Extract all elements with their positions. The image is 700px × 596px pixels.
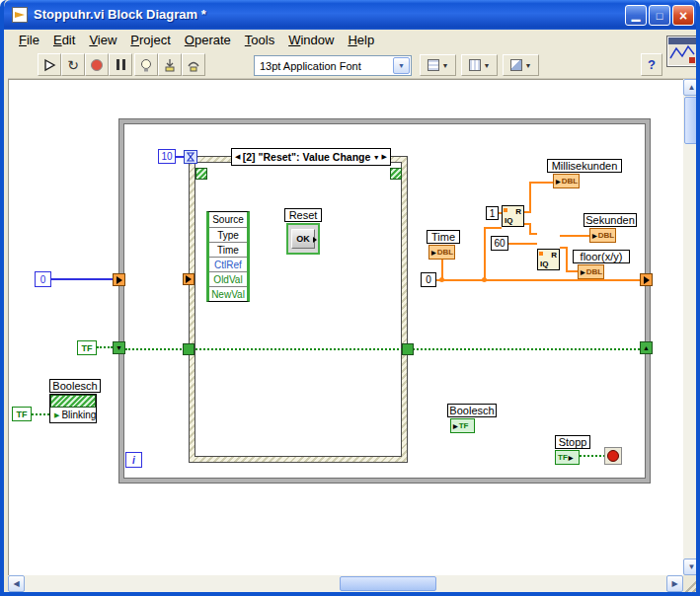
menu-edit[interactable]: Edit [46,31,82,49]
vertical-scrollbar[interactable] [683,79,700,575]
menu-operate[interactable]: Operate [178,31,238,49]
iteration-terminal[interactable]: i [125,452,142,468]
up-arrow-icon: ▲ [688,83,696,92]
previous-case-icon[interactable]: ◀ [235,153,240,161]
hourglass-icon [187,152,194,162]
tunnel-value-0[interactable]: 0 [421,272,436,287]
numeric-constant-0[interactable]: 0 [35,271,51,287]
tunnel-right-numeric[interactable] [640,273,653,286]
scroll-up-button[interactable]: ▲ [683,79,700,96]
millisekunden-terminal[interactable]: ▶ DBL [553,174,580,188]
wire-junction [482,277,487,282]
timeout-constant[interactable]: 10 [158,149,176,164]
step-over-button[interactable] [182,53,205,76]
floor-label[interactable]: floor(x/y) [573,250,630,263]
terminal-arrow-icon: ▶ [556,178,561,185]
menu-project[interactable]: Project [123,31,177,49]
step-into-button[interactable] [158,53,182,76]
run-continuous-button[interactable]: ↻ [61,53,85,76]
shift-register-left[interactable]: ▼ [113,341,125,354]
vertical-scroll-thumb[interactable] [684,97,699,144]
time-label[interactable]: Time [427,230,460,244]
reorder-objects-button[interactable]: ▼ [503,54,539,76]
wire-property-input [32,413,49,415]
boolesch-terminal[interactable]: ▶ TF [450,418,475,433]
latch-icon [313,237,317,243]
event-dynamic-terminal-left[interactable] [195,168,207,180]
property-node-header [50,395,96,408]
run-continuous-icon: ↻ [67,57,79,73]
align-objects-button[interactable]: ▼ [420,54,456,76]
menu-file[interactable]: File [12,31,46,49]
step-into-icon [162,57,178,73]
close-icon: × [679,8,687,24]
pause-button[interactable] [109,53,132,76]
context-help-button[interactable]: ? [641,53,662,76]
menu-help[interactable]: Help [341,31,381,49]
sekunden-terminal[interactable]: ▶ DBL [589,228,616,243]
maximize-button[interactable]: □ [649,5,670,26]
minimize-button[interactable]: ▁ [625,5,647,26]
minimize-icon: ▁ [632,9,640,22]
loop-condition-terminal[interactable] [604,447,622,465]
timeout-terminal[interactable] [184,150,197,164]
floor-terminal[interactable]: ▶ DBL [578,264,604,279]
close-button[interactable]: × [672,5,694,26]
shift-register-right[interactable]: ▲ [640,341,653,354]
vi-icon-pane[interactable] [666,36,698,67]
down-arrow-icon: ▼ [688,562,696,571]
case-dropdown-icon[interactable]: ▼ [373,154,380,161]
reset-label[interactable]: Reset [284,208,322,222]
numeric-constant-60[interactable]: 60 [491,236,508,251]
terminal-arrow-icon: ▶ [453,422,458,429]
event-tunnel-left-numeric[interactable] [183,273,194,285]
distribute-objects-button[interactable]: ▼ [461,54,498,76]
menu-window[interactable]: Window [281,31,341,49]
menu-tools[interactable]: Tools [238,31,281,49]
millisekunden-label[interactable]: Millisekunden [547,159,622,173]
abort-icon [91,59,103,71]
numeric-constant-1[interactable]: 1 [486,206,499,220]
menu-view[interactable]: View [82,31,123,49]
boolean-constant-tf-2[interactable]: TF [12,407,32,421]
scroll-left-button[interactable]: ◀ [8,575,25,592]
next-case-icon[interactable]: ▶ [382,153,387,161]
event-data-node[interactable]: Source Type Time CtlRef OldVal NewVal [206,211,250,302]
boolean-constant-tf[interactable]: TF [77,340,97,355]
property-node[interactable]: ▶ Blinking [49,394,97,423]
property-name: Blinking [61,410,96,420]
tunnel-left-numeric[interactable] [113,273,125,286]
quotient-remainder-node-2[interactable]: R IQ [537,249,560,270]
stopp-label[interactable]: Stopp [555,435,590,449]
abort-button[interactable] [85,53,109,76]
title-bar[interactable]: Stoppuhr.vi Block Diagram * ▁ □ × [4,0,700,30]
chevron-down-icon[interactable]: ▼ [393,57,410,74]
time-terminal[interactable]: ▶ DBL [428,245,455,260]
wire-bool-shift [125,348,640,350]
event-dynamic-terminal-right[interactable] [390,168,402,180]
event-tunnel-right-bool[interactable] [402,343,414,355]
shift-register-down-icon: ▼ [116,344,122,351]
property-node-label[interactable]: Boolesch [49,379,101,393]
scroll-right-button[interactable]: ▶ [666,575,683,592]
highlight-execution-button[interactable] [134,53,158,76]
horizontal-scroll-thumb[interactable] [340,576,436,591]
sekunden-label[interactable]: Sekunden [583,213,637,227]
run-button[interactable] [38,53,61,76]
wire-bool-init [97,346,113,348]
scroll-down-button[interactable]: ▼ [683,559,700,575]
terminal-arrow-icon: ▶ [592,232,597,239]
event-tunnel-left-bool[interactable] [183,343,194,355]
pause-icon [117,59,125,70]
event-structure[interactable] [189,156,408,463]
font-selector[interactable]: 13pt Application Font ▼ [254,55,412,76]
event-case-interior [194,162,402,457]
event-selector[interactable]: ◀ [2] "Reset": Value Change ▼ ▶ [231,148,391,166]
stopp-terminal[interactable]: TF ▶ [555,450,580,465]
ok-button-face[interactable]: OK [291,229,315,249]
boolesch-label[interactable]: Boolesch [447,404,497,417]
quotient-remainder-node-1[interactable]: R IQ [502,205,524,227]
help-icon: ? [648,57,656,72]
reset-ok-button[interactable]: OK [286,223,320,255]
resize-grip[interactable] [683,575,700,592]
